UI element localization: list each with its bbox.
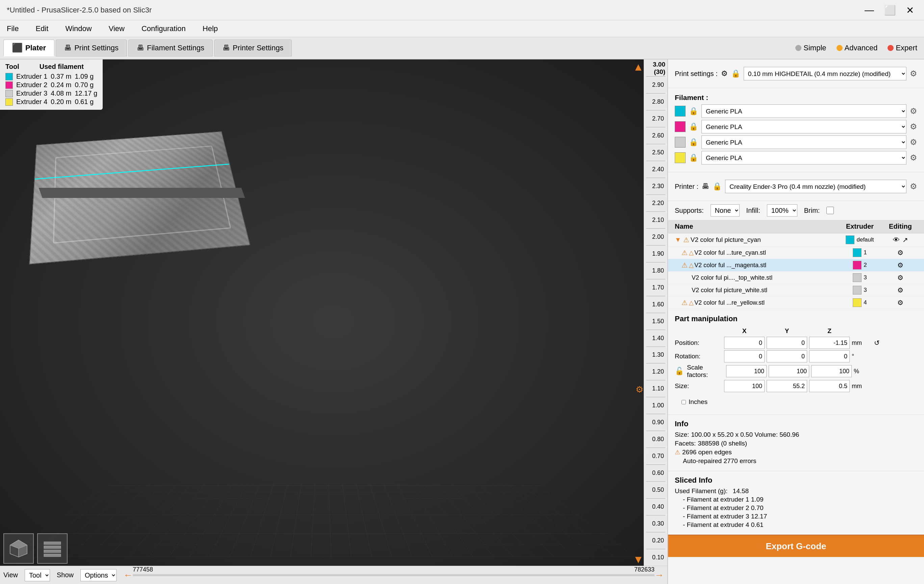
view-select[interactable]: Tool <box>25 569 50 581</box>
print-settings-select[interactable]: 0.10 mm HIGHDETAIL (0.4 mm nozzle) (modi… <box>744 67 906 81</box>
extruder-1-weight: 1.09 g <box>75 73 94 81</box>
mode-simple[interactable]: Simple <box>795 44 826 52</box>
item5-settings-icon[interactable]: ⚙ <box>897 299 903 307</box>
menu-edit[interactable]: Edit <box>32 23 52 35</box>
show-select[interactable]: Options <box>80 569 117 581</box>
supports-select[interactable]: None <box>711 205 739 216</box>
group-eye-icon[interactable]: 👁 <box>893 236 900 244</box>
filament-2-gear[interactable]: ⚙ <box>910 122 917 131</box>
menu-view[interactable]: View <box>106 23 128 35</box>
object-item-row-3[interactable]: V2 color ful pi...._top_white.stl 3 ⚙ <box>668 272 924 284</box>
menu-file[interactable]: File <box>3 23 22 35</box>
filament-1-select[interactable]: Generic PLA <box>701 104 906 118</box>
minimize-button[interactable]: — <box>861 4 878 15</box>
nav-up-arrow[interactable]: ▲ <box>633 61 644 73</box>
tool-col-header: Tool <box>5 63 19 71</box>
info-title: Info <box>675 419 917 428</box>
item1-settings-icon[interactable]: ⚙ <box>897 249 903 257</box>
close-button[interactable]: ✕ <box>903 4 917 15</box>
position-x-input[interactable] <box>724 337 765 349</box>
nav-down-arrow[interactable]: ▼ <box>633 553 644 566</box>
size-z-input[interactable] <box>809 380 850 392</box>
rotation-z-input[interactable] <box>809 350 850 363</box>
scale-x-input[interactable] <box>726 365 767 377</box>
mode-advanced[interactable]: Advanced <box>837 44 878 52</box>
sliced-extruder-1-row: - Filament at extruder 1 1.09 <box>683 496 917 503</box>
inches-checkbox[interactable] <box>681 400 686 404</box>
filament-4-gear[interactable]: ⚙ <box>910 153 917 162</box>
group-editing-cell: 👁 ↗ <box>883 236 917 244</box>
printer-select[interactable]: Creality Ender-3 Pro (0.4 mm nozzle) (mo… <box>725 180 906 193</box>
filament-3-swatch[interactable] <box>675 137 686 148</box>
filament-1-swatch[interactable] <box>675 106 686 117</box>
item4-settings-icon[interactable]: ⚙ <box>897 286 903 294</box>
size-y-input[interactable] <box>767 380 807 392</box>
filament-section-label: Filament : <box>675 94 917 102</box>
extruder-row-1: Extruder 1 0.37 m 1.09 g <box>5 73 97 81</box>
filament-2-swatch[interactable] <box>675 121 686 132</box>
tab-printer-settings[interactable]: 🖶 Printer Settings <box>214 40 292 56</box>
viewport[interactable]: Tool Used filament Extruder 1 0.37 m 1.0… <box>0 59 667 584</box>
scale-y-input[interactable] <box>769 365 809 377</box>
layers-view-button[interactable] <box>37 533 68 564</box>
item5-err-icon: △ <box>689 299 694 306</box>
ruler-mark-140: 1.40 <box>646 330 665 346</box>
item2-settings-icon[interactable]: ⚙ <box>897 261 903 269</box>
position-y-input[interactable] <box>767 337 807 349</box>
scale-lock-icon[interactable]: 🔓 <box>675 367 685 376</box>
group-settings-icon[interactable]: ↗ <box>903 236 908 244</box>
object-item-row-1[interactable]: ⚠ △ V2 color ful ...ture_cyan.stl 1 ⚙ <box>668 247 924 259</box>
scale-z-input[interactable] <box>811 365 852 377</box>
export-gcode-button[interactable]: Export G-code <box>668 535 924 557</box>
brim-checkbox[interactable] <box>827 207 834 214</box>
tab-plater[interactable]: ⬛ Plater <box>3 40 54 56</box>
infill-select[interactable]: 100% <box>767 205 797 216</box>
nav-settings-icon[interactable]: ⚙ <box>635 384 644 395</box>
object-item-row-2[interactable]: ⚠ △ V2 color ful ..._magenta.stl 2 ⚙ <box>668 259 924 272</box>
view-icons <box>3 533 68 564</box>
item2-ext-cell: 2 <box>836 261 883 269</box>
position-reset-icon[interactable]: ↺ <box>874 339 884 347</box>
ruler-mark-080: 0.80 <box>646 431 665 447</box>
maximize-button[interactable]: ⬜ <box>881 4 899 15</box>
object-item-row-4[interactable]: V2 color ful picture_white.stl 3 ⚙ <box>668 284 924 297</box>
menu-window[interactable]: Window <box>62 23 95 35</box>
filament-3-gear[interactable]: ⚙ <box>910 137 917 147</box>
item2-name: V2 color ful ..._magenta.stl <box>695 262 836 269</box>
extruder-4-color <box>5 98 13 106</box>
rotation-y-input[interactable] <box>767 350 807 363</box>
filament-4-select[interactable]: Generic PLA <box>701 151 906 165</box>
ruler-right-arrow[interactable]: → <box>655 570 664 581</box>
filament-1-lock: 🔒 <box>689 107 698 115</box>
item2-editing-cell: ⚙ <box>883 261 917 269</box>
pm-y-header: Y <box>767 327 807 335</box>
item3-ext-cell: 3 <box>836 273 883 282</box>
cube-view-button[interactable] <box>3 533 34 564</box>
position-z-input[interactable] <box>809 337 850 349</box>
mode-expert[interactable]: Expert <box>888 44 917 52</box>
filament-1-gear[interactable]: ⚙ <box>910 106 917 116</box>
menu-configuration[interactable]: Configuration <box>138 23 189 35</box>
filament-2-select[interactable]: Generic PLA <box>701 120 906 134</box>
printer-gear[interactable]: ⚙ <box>910 182 917 191</box>
extruder-4-weight: 0.61 g <box>75 98 94 106</box>
filament-4-swatch[interactable] <box>675 152 686 163</box>
item4-ext-cell: 3 <box>836 286 883 295</box>
object-group-row[interactable]: ▼ ⚠ V2 color ful picture_cyan default 👁 … <box>668 233 924 247</box>
ruler-left-arrow[interactable]: ← <box>123 570 133 581</box>
group-name: V2 color ful picture_cyan <box>691 236 836 244</box>
extruder-3-name: Extruder 3 <box>16 89 47 97</box>
item3-settings-icon[interactable]: ⚙ <box>897 274 903 282</box>
menu-help[interactable]: Help <box>199 23 221 35</box>
tab-filament-settings[interactable]: 🖶 Filament Settings <box>128 40 213 56</box>
item1-editing-cell: ⚙ <box>883 249 917 257</box>
group-extruder-cell: default <box>836 236 883 244</box>
tab-print-settings[interactable]: 🖶 Print Settings <box>56 40 127 56</box>
size-x-input[interactable] <box>724 380 765 392</box>
filament-3-select[interactable]: Generic PLA <box>701 135 906 149</box>
ruler-mark-160: 1.60 <box>646 296 665 313</box>
object-item-row-5[interactable]: ⚠ △ V2 color ful ...re_yellow.stl 4 ⚙ <box>668 297 924 309</box>
print-settings-gear[interactable]: ⚙ <box>910 69 917 78</box>
rotation-x-input[interactable] <box>724 350 765 363</box>
info-auto-repaired-row: Auto-repaired 2770 errors <box>683 457 917 465</box>
